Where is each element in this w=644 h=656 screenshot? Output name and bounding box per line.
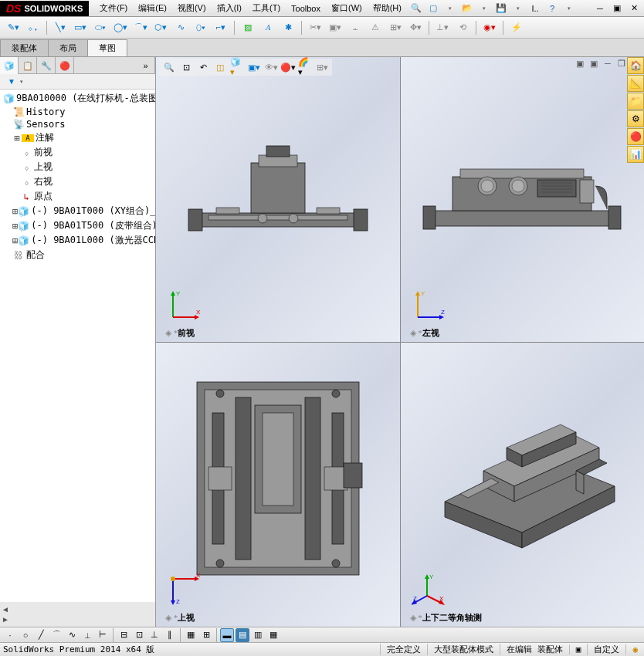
text-icon[interactable]: 𝐴: [259, 19, 276, 36]
viewport-single-icon[interactable]: ▬: [220, 628, 234, 642]
plane-icon[interactable]: ▨: [239, 19, 256, 36]
taskpane-file-icon[interactable]: 📁: [627, 93, 644, 110]
sketch-icon[interactable]: ✎▾: [5, 19, 22, 36]
spline-tool-icon[interactable]: ∿: [65, 628, 79, 642]
close-button[interactable]: ✕: [629, 3, 639, 13]
arc-tool-icon[interactable]: ⌒: [49, 628, 63, 642]
search-icon[interactable]: 🔍: [408, 0, 425, 17]
feature-tree-tab-icon[interactable]: 🧊: [0, 57, 19, 74]
grid-tool-icon[interactable]: ▦: [184, 628, 198, 642]
viewport-2v-icon[interactable]: ▥: [251, 628, 265, 642]
open-icon[interactable]: 📂: [462, 3, 473, 13]
menu-edit[interactable]: 编辑(E): [134, 1, 171, 15]
snap-tool-icon[interactable]: ⊞: [199, 628, 213, 642]
midpoint-tool-icon[interactable]: ⊢: [96, 628, 110, 642]
help-icon[interactable]: ?: [547, 4, 558, 13]
viewport-top[interactable]: XZ 上视: [156, 343, 400, 627]
appearance-icon[interactable]: 🔴▾: [281, 60, 295, 74]
menu-help[interactable]: 帮助(H): [368, 1, 406, 15]
rect-icon[interactable]: ▭▾: [72, 19, 89, 36]
status-unit-toggle[interactable]: ▣: [569, 644, 588, 654]
viewport-isometric[interactable]: YXZ 上下二等角轴测: [401, 343, 645, 627]
arrow-left-icon[interactable]: ◄: [2, 605, 154, 614]
convert-icon[interactable]: ▣▾: [327, 19, 344, 36]
taskpane-view-icon[interactable]: ⚙: [627, 110, 644, 127]
line-tool-icon[interactable]: ╱: [34, 628, 48, 642]
property-tab-icon[interactable]: 📋: [19, 57, 37, 74]
smart-dim-icon[interactable]: ⬦▾: [25, 19, 42, 36]
appearance-tab-icon[interactable]: 🔴: [56, 57, 74, 74]
viewport-4-icon[interactable]: ▦: [266, 628, 280, 642]
taskpane-appearance-icon[interactable]: 🔴: [627, 128, 644, 145]
circle-tool-icon[interactable]: ○: [19, 628, 32, 642]
new-doc-icon[interactable]: ▢: [428, 3, 439, 13]
circle-icon[interactable]: ◯▾: [112, 19, 129, 36]
tree-subasm-3[interactable]: ⊞ 🧊 (-) 9BA01L000 (激光器CCD组: [2, 233, 154, 248]
mdi-minimize[interactable]: ─: [602, 59, 613, 69]
mdi-restore[interactable]: ❐: [616, 59, 627, 69]
config-tab-icon[interactable]: 🔧: [37, 57, 56, 74]
display-style-icon[interactable]: ▣▾: [247, 60, 261, 74]
taskpane-custom-icon[interactable]: 📊: [627, 146, 644, 163]
expand-icon[interactable]: ⊞: [12, 206, 18, 217]
vert-tool-icon[interactable]: ⊡: [132, 628, 146, 642]
arrow-right-icon[interactable]: ►: [2, 615, 154, 624]
tree-subasm-2[interactable]: ⊞ 🧊 (-) 9BA01T500 (皮带组合)_: [2, 218, 154, 233]
menu-file[interactable]: 文件(F): [95, 1, 132, 15]
tab-layout[interactable]: 布局: [48, 39, 88, 56]
parallel-tool-icon[interactable]: ∥: [163, 628, 177, 642]
feature-tree[interactable]: 🧊 9BA010000 (在线打标机-总装图) 📜 History 📡 Sens…: [0, 90, 155, 602]
pattern-icon[interactable]: ⊞▾: [387, 19, 404, 36]
save-icon[interactable]: 💾: [496, 3, 507, 13]
taskpane-home-icon[interactable]: 🏠: [627, 57, 644, 74]
perp-tool-icon[interactable]: ⊥: [147, 628, 161, 642]
tab-sketch[interactable]: 草图: [87, 39, 127, 56]
tangent-tool-icon[interactable]: ⟂: [80, 628, 94, 642]
tree-history[interactable]: 📜 History: [2, 106, 154, 118]
taskpane-design-icon[interactable]: 📐: [627, 75, 644, 92]
quick-snap-icon[interactable]: ◉▾: [481, 19, 498, 36]
slot-icon[interactable]: ⬭▾: [92, 19, 109, 36]
horiz-tool-icon[interactable]: ⊟: [117, 628, 130, 642]
offset-icon[interactable]: ⫠: [347, 19, 364, 36]
section-icon[interactable]: ◫: [213, 60, 227, 74]
mdi-icon2[interactable]: ▣: [588, 59, 599, 69]
point-icon[interactable]: ✱: [280, 19, 297, 36]
arc-icon[interactable]: ⌒▾: [132, 19, 149, 36]
repair-icon[interactable]: ⟲: [454, 19, 471, 36]
viewport-left[interactable]: YZ 左视: [401, 57, 645, 342]
settings-icon[interactable]: ⊞▾: [315, 60, 329, 74]
mdi-icon1[interactable]: ▣: [575, 59, 585, 69]
side-tabs-overflow[interactable]: »: [137, 57, 155, 74]
tree-root[interactable]: 🧊 9BA010000 (在线打标机-总装图): [2, 91, 154, 106]
status-rebuild-icon[interactable]: ◉: [625, 644, 644, 654]
prev-view-icon[interactable]: ↶: [196, 60, 210, 74]
viewport-front[interactable]: YX 前视: [156, 57, 400, 342]
fillet-icon[interactable]: ⌐▾: [212, 19, 229, 36]
relation-icon[interactable]: ⊥▾: [434, 19, 451, 36]
tree-subasm-1[interactable]: ⊞ 🧊 (-) 9BA01T000 (XY组合)_预: [2, 204, 154, 218]
filter-icon[interactable]: ▼: [3, 73, 20, 90]
mirror-icon[interactable]: ⚠: [367, 19, 384, 36]
scene-icon[interactable]: 🌈▾: [298, 60, 312, 74]
tree-origin[interactable]: ↳ 原点: [2, 189, 154, 204]
tree-plane-front[interactable]: ⬨ 前视: [2, 145, 154, 160]
tree-plane-right[interactable]: ⬨ 右视: [2, 174, 154, 189]
tree-sensors[interactable]: 📡 Sensors: [2, 118, 154, 130]
polygon-icon[interactable]: ⬡▾: [152, 19, 169, 36]
point-tool-icon[interactable]: ·: [3, 628, 17, 642]
minimize-button[interactable]: ─: [595, 4, 605, 13]
trim-icon[interactable]: ✂▾: [307, 19, 324, 36]
zoom-area-icon[interactable]: ⊡: [179, 60, 193, 74]
menu-view[interactable]: 视图(V): [173, 1, 211, 15]
menu-window[interactable]: 窗口(W): [327, 1, 367, 15]
tab-assembly[interactable]: 装配体: [0, 39, 49, 56]
hide-show-icon[interactable]: 👁▾: [264, 60, 278, 74]
move-icon[interactable]: ✥▾: [407, 19, 424, 36]
print-icon[interactable]: I..: [530, 4, 541, 13]
status-custom[interactable]: 自定义: [587, 644, 625, 655]
tree-annotations[interactable]: ⊞ A 注解: [2, 130, 154, 145]
tree-plane-top[interactable]: ⬨ 上视: [2, 160, 154, 174]
line-icon[interactable]: ╲▾: [52, 19, 69, 36]
menu-tools[interactable]: 工具(T): [248, 1, 285, 15]
